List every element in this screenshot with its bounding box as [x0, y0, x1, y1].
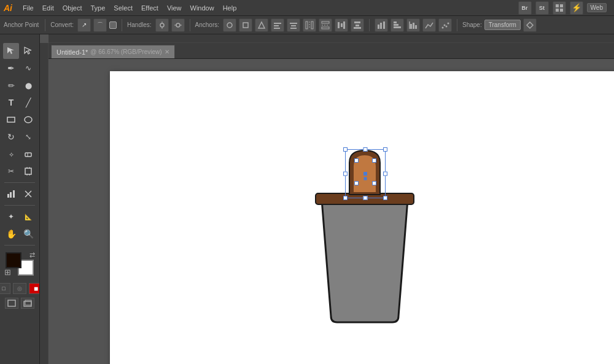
- svg-rect-49: [25, 168, 31, 174]
- align-center[interactable]: [287, 18, 300, 32]
- zoom-tool[interactable]: 🔍: [20, 226, 36, 242]
- svg-rect-45: [7, 117, 15, 122]
- grid-btn[interactable]: [553, 1, 566, 15]
- svg-rect-54: [7, 194, 9, 198]
- svg-rect-27: [354, 21, 360, 23]
- menu-select[interactable]: Select: [109, 3, 137, 13]
- lightning-btn[interactable]: ⚡: [570, 1, 583, 15]
- artboard-tool[interactable]: [20, 163, 36, 179]
- reset-swatches-icon[interactable]: ⊞: [4, 268, 11, 277]
- svg-rect-55: [10, 192, 12, 198]
- svg-rect-17: [290, 28, 297, 29]
- svg-rect-35: [394, 21, 397, 23]
- convert-btn-3[interactable]: [109, 21, 117, 29]
- measure-tool[interactable]: 📐: [20, 209, 36, 225]
- distribute-v[interactable]: [319, 18, 332, 32]
- left-toolbar: ✒ ∿ ✏ ⬤ T ╱ ↻ ⤡ ⟡: [0, 34, 40, 364]
- line-tool[interactable]: ╱: [20, 95, 36, 110]
- tool-separator-3: [4, 245, 35, 246]
- divider-1: [45, 19, 45, 31]
- menu-view[interactable]: View: [163, 3, 186, 13]
- canvas-area[interactable]: Untitled-1* @ 66.67% (RGB/Preview) ✕: [49, 43, 614, 364]
- bridge-btn[interactable]: Br: [518, 1, 532, 15]
- scatter-chart[interactable]: [438, 18, 452, 32]
- stock-btn[interactable]: St: [535, 1, 549, 15]
- svg-rect-19: [311, 21, 313, 29]
- pen-tool[interactable]: ✒: [3, 60, 19, 76]
- svg-point-41: [444, 24, 446, 26]
- distribute-h[interactable]: [303, 18, 316, 32]
- scissors-tool[interactable]: ✂: [3, 163, 19, 179]
- tool-row-3: ✏ ⬤: [3, 77, 36, 93]
- type-tool[interactable]: T: [3, 95, 19, 110]
- svg-rect-22: [322, 27, 329, 29]
- svg-rect-25: [341, 23, 343, 27]
- normal-mode-icon[interactable]: □: [0, 283, 10, 294]
- svg-rect-39: [415, 25, 417, 29]
- artboard: [110, 71, 614, 364]
- rotate-tool[interactable]: ↻: [3, 129, 19, 145]
- convert-btn-2[interactable]: ⌒: [93, 18, 107, 32]
- divider-4: [369, 19, 370, 31]
- layer-mode-btn[interactable]: [21, 298, 34, 309]
- menu-window[interactable]: Window: [186, 3, 219, 13]
- svg-rect-59: [25, 300, 31, 305]
- svg-rect-3: [560, 9, 563, 12]
- bar-chart[interactable]: [391, 18, 404, 32]
- svg-rect-56: [13, 190, 15, 198]
- foreground-swatch[interactable]: [6, 252, 21, 268]
- transform-btn[interactable]: Transform: [484, 20, 521, 30]
- menu-help[interactable]: Help: [219, 3, 241, 13]
- ruler-top: [49, 34, 614, 43]
- eraser-tool[interactable]: [20, 146, 36, 162]
- line-chart[interactable]: [422, 18, 436, 32]
- svg-rect-31: [380, 23, 382, 29]
- canvas-tab[interactable]: Untitled-1* @ 66.67% (RGB/Preview) ✕: [51, 45, 175, 58]
- svg-rect-33: [394, 26, 401, 28]
- svg-rect-28: [356, 25, 359, 26]
- hand-tool[interactable]: ✋: [3, 226, 19, 242]
- align-left[interactable]: [271, 18, 284, 32]
- curvature-tool[interactable]: ∿: [20, 60, 36, 76]
- svg-point-10: [227, 23, 232, 28]
- col-chart[interactable]: [406, 18, 420, 32]
- anchors-btn-1[interactable]: [223, 18, 236, 32]
- blob-brush-tool[interactable]: ⬤: [20, 77, 36, 93]
- menu-object[interactable]: Object: [58, 3, 87, 13]
- select-tool[interactable]: [3, 43, 19, 59]
- anchors-label: Anchors:: [195, 21, 219, 28]
- direct-select-tool[interactable]: [20, 43, 36, 59]
- anchors-btn-3[interactable]: [255, 18, 268, 32]
- align-rows[interactable]: [351, 18, 364, 32]
- swap-swatches-icon[interactable]: ⇄: [29, 251, 35, 259]
- graph-tool[interactable]: [3, 186, 19, 202]
- handles-btn-1[interactable]: [155, 18, 169, 32]
- web-btn[interactable]: Web: [587, 3, 607, 12]
- tool-row-9: [3, 186, 36, 202]
- menu-effect[interactable]: Effect: [137, 3, 163, 13]
- menu-type[interactable]: Type: [87, 3, 110, 13]
- eyedropper-tool[interactable]: ✦: [3, 209, 19, 225]
- ellipse-tool[interactable]: [20, 112, 36, 128]
- rectangle-tool[interactable]: [3, 112, 19, 128]
- mask-mode-icon[interactable]: ◼: [29, 283, 40, 294]
- chart-type[interactable]: [375, 18, 388, 32]
- menu-edit[interactable]: Edit: [38, 3, 58, 13]
- screen-mode-btn[interactable]: [5, 298, 18, 309]
- menu-file[interactable]: File: [18, 3, 38, 13]
- canvas-workspace[interactable]: [49, 59, 614, 364]
- tab-name: Untitled-1*: [56, 48, 88, 56]
- draw-mode-icon[interactable]: ◎: [13, 283, 26, 294]
- tab-close-btn[interactable]: ✕: [165, 48, 169, 55]
- slice-tool[interactable]: [20, 186, 36, 202]
- convert-btn-1[interactable]: ↗: [77, 18, 91, 32]
- transform-icon-btn[interactable]: [523, 18, 537, 32]
- menu-bar: Ai File Edit Object Type Select Effect V…: [0, 0, 614, 16]
- scale-tool[interactable]: ⤡: [20, 129, 36, 145]
- anchors-btn-2[interactable]: [239, 18, 252, 32]
- shaper-tool[interactable]: ⟡: [3, 146, 19, 162]
- pencil-tool[interactable]: ✏: [3, 77, 19, 93]
- handles-btn-2[interactable]: [171, 18, 185, 32]
- align-cols[interactable]: [335, 18, 348, 32]
- svg-rect-34: [394, 24, 398, 26]
